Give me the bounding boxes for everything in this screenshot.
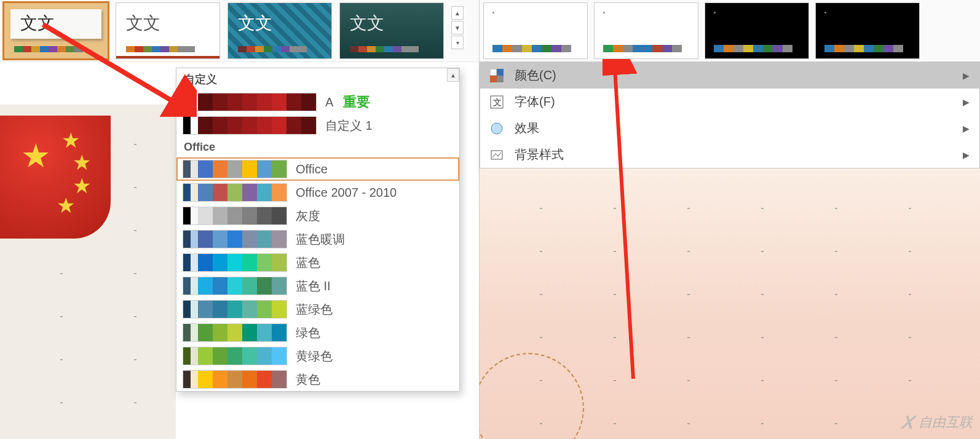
themes-scroll-down[interactable]: ▼	[451, 21, 464, 34]
menu-colors-label: 颜色(C)	[515, 67, 556, 84]
color-schemes-popup: ▲ 自定义 A重要自定义 1 Office OfficeOffice 2007 …	[176, 68, 460, 392]
color-scheme-row[interactable]: Office	[176, 157, 459, 181]
theme-sample-text: 文文	[238, 12, 272, 35]
variant-swatch-strip	[714, 45, 792, 52]
menu-effects-label: 效果	[515, 120, 539, 136]
svg-text:文: 文	[493, 97, 502, 107]
color-scheme-row[interactable]: 黄色	[176, 368, 459, 391]
color-scheme-row[interactable]: 自定义 1	[176, 114, 459, 137]
theme-thumb-3[interactable]: 文文	[227, 2, 332, 59]
color-swatch-strip	[183, 207, 287, 225]
fonts-icon: 文	[489, 94, 505, 110]
variant-thumb-3[interactable]	[705, 2, 809, 59]
menu-background-label: 背景样式	[515, 146, 564, 163]
flag-graphic: ★★★★★	[0, 116, 111, 239]
color-scheme-row[interactable]: 蓝绿色	[176, 298, 459, 321]
menu-colors[interactable]: 颜色(C) ▶	[480, 62, 979, 89]
color-scheme-row[interactable]: 灰度	[176, 204, 459, 227]
menu-background-styles[interactable]: 背景样式 ▶	[480, 141, 979, 168]
color-scheme-row[interactable]: 绿色	[176, 321, 459, 344]
theme-thumb-1[interactable]: 文文	[4, 2, 108, 59]
color-swatch-strip	[183, 347, 287, 365]
popup-section-office: Office	[176, 137, 459, 157]
color-scheme-label: 黄绿色	[296, 348, 333, 365]
color-scheme-label: 蓝色 II	[296, 278, 331, 295]
variant-thumb-4[interactable]	[815, 2, 920, 59]
color-swatch-strip	[183, 93, 317, 111]
menu-effects[interactable]: 效果 ▶	[480, 115, 979, 141]
popup-section-custom: 自定义	[176, 68, 459, 90]
color-swatch-strip	[183, 183, 287, 202]
popup-scroll-up[interactable]: ▲	[447, 68, 459, 82]
svg-rect-0	[490, 69, 497, 76]
color-scheme-row[interactable]: Office 2007 - 2010	[176, 181, 459, 204]
chevron-right-icon: ▶	[963, 71, 970, 81]
themes-expand[interactable]: ▾	[451, 36, 464, 49]
colors-icon	[489, 68, 505, 84]
menu-fonts[interactable]: 文 字体(F) ▶	[480, 89, 979, 115]
color-scheme-label: 蓝绿色	[296, 301, 333, 318]
color-scheme-label: Office 2007 - 2010	[296, 186, 397, 200]
color-swatch-strip	[183, 277, 287, 295]
color-swatch-strip	[183, 370, 287, 389]
color-scheme-label: 黄色	[296, 371, 320, 388]
effects-icon	[489, 121, 505, 136]
color-scheme-row[interactable]: 蓝色	[176, 251, 459, 274]
svg-rect-2	[490, 76, 497, 82]
background-icon	[489, 147, 505, 163]
svg-point-6	[491, 123, 502, 134]
color-scheme-label: 自定义 1	[325, 117, 373, 134]
color-swatch-strip	[183, 253, 287, 272]
color-scheme-row[interactable]: 黄绿色	[176, 344, 459, 368]
color-scheme-label: 灰度	[296, 208, 320, 224]
color-scheme-row[interactable]: A重要	[176, 90, 459, 114]
color-scheme-label: 绿色	[296, 325, 320, 341]
menu-fonts-label: 字体(F)	[515, 93, 555, 110]
theme-thumb-4[interactable]: 文文	[339, 2, 444, 59]
annotation-important: 重要	[343, 93, 370, 111]
theme-swatch-strip	[14, 46, 83, 52]
color-swatch-strip	[183, 116, 317, 135]
color-scheme-row[interactable]: 蓝色 II	[176, 274, 459, 298]
theme-swatch-strip	[126, 46, 195, 52]
theme-sample-text: 文文	[350, 12, 384, 35]
color-scheme-label: Office	[296, 162, 328, 176]
variants-dropdown-menu: 颜色(C) ▶ 文 字体(F) ▶ 效果 ▶ 背	[480, 61, 980, 168]
color-scheme-label: 蓝色暖调	[296, 231, 345, 248]
svg-rect-1	[497, 69, 504, 76]
color-swatch-strip	[183, 160, 287, 178]
chevron-right-icon: ▶	[963, 150, 970, 160]
slide-canvas: 1 标题内容： 此处添加标题项目 X自由互联	[480, 168, 980, 439]
themes-scroll-up[interactable]: ▲	[451, 6, 464, 20]
color-scheme-label: A	[325, 95, 333, 109]
watermark: X自由互联	[903, 412, 973, 433]
theme-sample-text: 文文	[20, 12, 55, 35]
variant-swatch-strip	[824, 45, 903, 52]
variant-thumb-1[interactable]	[483, 2, 588, 59]
color-swatch-strip	[183, 300, 287, 318]
color-scheme-label: 蓝色	[296, 255, 320, 271]
chevron-right-icon: ▶	[963, 97, 970, 107]
variant-swatch-strip	[603, 45, 682, 52]
color-scheme-row[interactable]: 蓝色暖调	[176, 227, 459, 251]
theme-sample-text: 文文	[126, 12, 160, 35]
color-swatch-strip	[183, 230, 287, 248]
svg-rect-3	[497, 76, 504, 82]
theme-swatch-strip	[238, 46, 307, 52]
slide-background-left: ★★★★★	[0, 105, 176, 439]
color-swatch-strip	[183, 323, 287, 342]
theme-swatch-strip	[350, 46, 419, 52]
variant-thumb-2[interactable]	[594, 2, 698, 59]
variant-swatch-strip	[492, 45, 571, 52]
theme-thumb-2[interactable]: 文文	[116, 2, 220, 59]
variants-gallery	[480, 0, 980, 61]
themes-gallery: 文文 文文 文文 文文 ▲ ▼ ▾	[0, 0, 479, 61]
chevron-right-icon: ▶	[963, 124, 970, 133]
